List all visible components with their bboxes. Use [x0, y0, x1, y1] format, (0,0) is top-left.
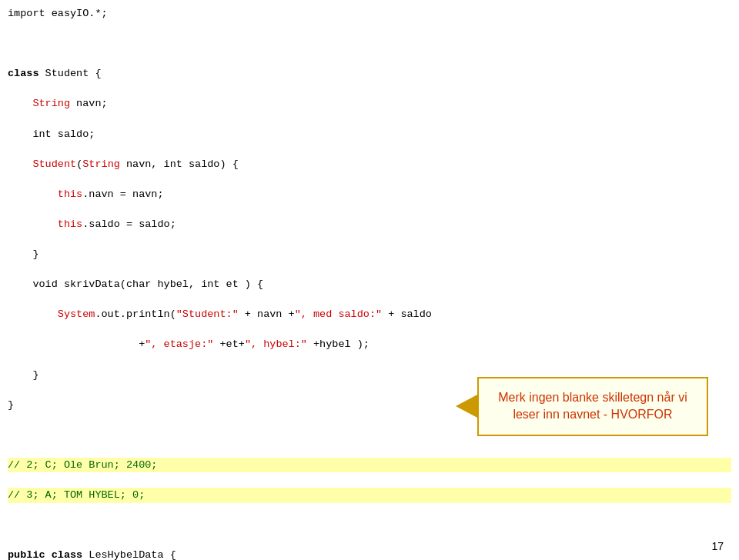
annotation-box: Merk ingen blanke skilletegn når vi lese…: [477, 377, 708, 436]
page-number: 17: [711, 540, 724, 552]
annotation-text: Merk ingen blanke skilletegn når vi lese…: [498, 391, 687, 421]
code-area: import easyIO.*; class Student { String …: [0, 0, 739, 560]
code-block: import easyIO.*; class Student { String …: [8, 6, 731, 560]
